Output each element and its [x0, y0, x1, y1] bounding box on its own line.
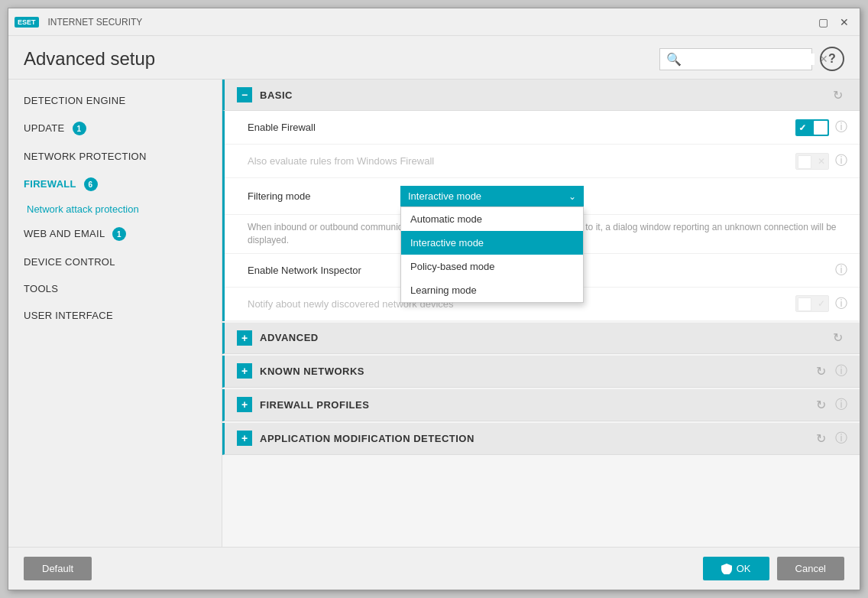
main-window: ESET INTERNET SECURITY ▢ ✕ Advanced setu… [8, 8, 860, 590]
titlebar: ESET INTERNET SECURITY ▢ ✕ [8, 8, 860, 36]
basic-section-title: BASIC [260, 89, 833, 101]
notify-network-devices-control: ✓ [795, 295, 829, 312]
dropdown-arrow-icon: ⌄ [568, 191, 576, 202]
enable-firewall-control: ✓ [795, 119, 829, 136]
ok-button[interactable]: OK [703, 557, 769, 580]
toggle-x-icon: ✕ [818, 156, 825, 167]
sidebar-item-web-and-email[interactable]: WEB AND EMAIL 1 [8, 219, 222, 249]
known-networks-info-icon[interactable]: ⓘ [835, 363, 847, 379]
firewall-label: Firewall [24, 178, 76, 190]
notify-network-devices-info: ⓘ [835, 296, 847, 312]
enable-network-inspector-info: ⓘ [835, 262, 847, 278]
main-layout: Advanced setup 🔍 ✕ ? DETECTION ENGINE UP… [8, 36, 860, 590]
option-policy-based-mode[interactable]: Policy-based mode [401, 255, 583, 278]
filtering-mode-selected-value: Interactive mode [408, 190, 481, 202]
sidebar: DETECTION ENGINE UPDATE 1 NETWORK PROTEC… [8, 80, 222, 547]
toggle-check-icon: ✓ [799, 122, 807, 133]
advanced-section-header[interactable]: + ADVANCED ↻ [222, 323, 860, 354]
window-controls: ▢ ✕ [814, 15, 853, 30]
app-mod-detection-toggle-icon[interactable]: + [237, 431, 252, 446]
toggle-handle-left [798, 155, 811, 169]
web-email-label: WEB AND EMAIL [24, 228, 105, 239]
known-networks-section: + KNOWN NETWORKS ↻ ⓘ [222, 356, 860, 388]
sidebar-item-tools[interactable]: TOOLS [8, 275, 222, 302]
windows-firewall-info-icon[interactable]: ⓘ [835, 154, 847, 167]
advanced-section: + ADVANCED ↻ [222, 323, 860, 354]
cancel-button[interactable]: Cancel [777, 557, 844, 580]
firewall-profiles-section-title: FIREWALL PROFILES [260, 399, 816, 411]
enable-firewall-info: ⓘ [835, 119, 847, 135]
page-title: Advanced setup [24, 48, 659, 70]
toggle-handle [814, 121, 828, 135]
update-label: UPDATE [24, 122, 65, 134]
advanced-toggle-icon[interactable]: + [237, 330, 252, 346]
windows-firewall-control: ✕ [795, 153, 829, 170]
sidebar-item-detection-engine[interactable]: DETECTION ENGINE [8, 87, 222, 114]
firewall-profiles-section-header[interactable]: + FIREWALL PROFILES ↻ ⓘ [222, 389, 860, 421]
header-bar: Advanced setup 🔍 ✕ ? [8, 36, 860, 80]
known-networks-section-header[interactable]: + KNOWN NETWORKS ↻ ⓘ [222, 356, 860, 388]
app-mod-detection-section: + APPLICATION MODIFICATION DETECTION ↻ ⓘ [222, 423, 860, 455]
firewall-badge: 6 [84, 177, 98, 191]
advanced-reset-button[interactable]: ↻ [833, 330, 843, 345]
filtering-mode-dropdown-wrapper: Interactive mode ⌄ Automatic mode Intera… [400, 186, 584, 206]
firewall-profiles-section: + FIREWALL PROFILES ↻ ⓘ [222, 389, 860, 421]
known-networks-toggle-icon[interactable]: + [237, 363, 252, 379]
bottom-bar: Default OK Cancel [8, 547, 860, 590]
notify-toggle-x: ✓ [818, 298, 825, 309]
close-button[interactable]: ✕ [835, 15, 853, 30]
sidebar-item-user-interface[interactable]: USER INTERFACE [8, 302, 222, 329]
sidebar-item-network-attack-protection[interactable]: Network attack protection [8, 199, 222, 219]
app-title: INTERNET SECURITY [48, 17, 143, 28]
web-email-badge: 1 [112, 227, 126, 241]
option-learning-mode[interactable]: Learning mode [401, 278, 583, 302]
notify-network-devices-info-icon[interactable]: ⓘ [835, 297, 847, 310]
app-mod-detection-section-header[interactable]: + APPLICATION MODIFICATION DETECTION ↻ ⓘ [222, 423, 860, 455]
option-automatic-mode[interactable]: Automatic mode [401, 207, 583, 231]
app-mod-detection-info-icon[interactable]: ⓘ [835, 431, 847, 447]
enable-firewall-info-icon[interactable]: ⓘ [835, 120, 847, 133]
app-mod-detection-section-title: APPLICATION MODIFICATION DETECTION [260, 433, 816, 444]
sidebar-item-device-control[interactable]: DEVICE CONTROL [8, 249, 222, 275]
search-icon: 🔍 [666, 52, 682, 67]
minimize-button[interactable]: ▢ [814, 15, 832, 30]
search-box: 🔍 ✕ [659, 48, 812, 70]
enable-firewall-toggle[interactable]: ✓ [795, 119, 829, 136]
firewall-profiles-toggle-icon[interactable]: + [237, 397, 252, 412]
basic-section-header[interactable]: − BASIC ↻ [222, 80, 860, 111]
sidebar-item-firewall[interactable]: Firewall 6 [8, 170, 222, 199]
filtering-mode-dropdown[interactable]: Interactive mode ⌄ [400, 186, 584, 206]
option-interactive-mode[interactable]: Interactive mode [401, 231, 583, 255]
help-button[interactable]: ? [820, 47, 844, 71]
eset-logo-text: ESET [15, 17, 39, 28]
ok-button-label: OK [737, 563, 751, 574]
firewall-profiles-info-icon[interactable]: ⓘ [835, 397, 847, 413]
update-badge: 1 [73, 122, 86, 135]
sidebar-item-update[interactable]: UPDATE 1 [8, 114, 222, 143]
search-input[interactable] [686, 54, 815, 65]
shield-icon [721, 564, 732, 574]
basic-reset-button[interactable]: ↻ [833, 88, 843, 102]
body-layout: DETECTION ENGINE UPDATE 1 NETWORK PROTEC… [8, 80, 860, 547]
windows-firewall-toggle[interactable]: ✕ [795, 153, 829, 170]
filtering-mode-options: Automatic mode Interactive mode Policy-b… [400, 206, 584, 303]
sidebar-item-network-protection[interactable]: NETWORK PROTECTION [8, 143, 222, 170]
filtering-mode-label: Filtering mode [248, 190, 400, 202]
basic-section-body: Enable Firewall ✓ ⓘ [222, 111, 860, 321]
filtering-mode-row: Filtering mode Interactive mode ⌄ Automa… [225, 178, 860, 215]
app-mod-detection-reset-button[interactable]: ↻ [816, 431, 826, 446]
advanced-section-title: ADVANCED [260, 332, 833, 343]
basic-section: − BASIC ↻ Enable Firewall ✓ [222, 80, 860, 321]
default-button[interactable]: Default [24, 557, 92, 580]
header-section: Advanced setup 🔍 ✕ ? [8, 36, 860, 80]
basic-toggle-icon[interactable]: − [237, 87, 252, 102]
known-networks-section-title: KNOWN NETWORKS [260, 366, 816, 377]
enable-firewall-row: Enable Firewall ✓ ⓘ [225, 111, 860, 145]
firewall-profiles-reset-button[interactable]: ↻ [816, 398, 826, 412]
windows-firewall-row: Also evaluate rules from Windows Firewal… [225, 145, 860, 178]
main-content: − BASIC ↻ Enable Firewall ✓ [222, 80, 860, 547]
notify-toggle[interactable]: ✓ [795, 295, 829, 312]
notify-toggle-handle [798, 297, 811, 311]
known-networks-reset-button[interactable]: ↻ [816, 364, 826, 379]
enable-network-inspector-info-icon[interactable]: ⓘ [835, 263, 847, 276]
